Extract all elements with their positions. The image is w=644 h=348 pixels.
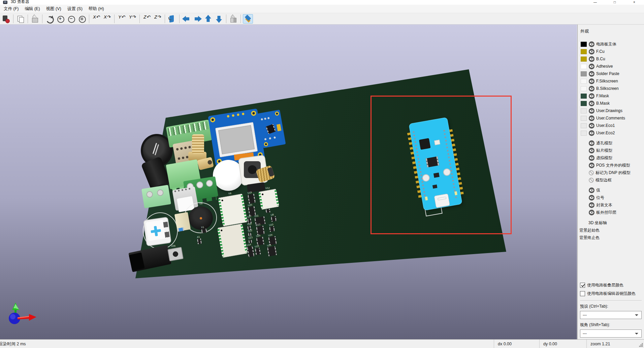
copy-image-button[interactable] xyxy=(15,14,26,24)
layer-row[interactable]: Solder Paste xyxy=(578,70,644,77)
model-row[interactable]: 虚拟模型 xyxy=(578,154,644,162)
checkbox[interactable] xyxy=(580,291,585,296)
preset-dropdown[interactable]: --- xyxy=(580,311,642,319)
maximize-button[interactable]: □ xyxy=(605,0,624,5)
rotate-x-cw-button[interactable] xyxy=(102,14,112,24)
viewport-3d[interactable]: U5 U26 U6 U12 U19U20U9U11U17U8U18U13U10U… xyxy=(0,25,577,339)
misc-row[interactable]: 背景终止色 xyxy=(578,234,644,241)
eye-icon[interactable] xyxy=(589,93,594,99)
redraw-button[interactable] xyxy=(44,14,55,24)
layer-row[interactable]: 电路板主体 xyxy=(578,40,644,48)
eye-icon[interactable] xyxy=(589,64,594,69)
orthographic-button[interactable] xyxy=(228,14,238,24)
color-swatch[interactable] xyxy=(581,116,587,121)
color-swatch[interactable] xyxy=(581,64,587,69)
close-button[interactable]: × xyxy=(624,0,644,5)
layer-row[interactable]: F.Mask xyxy=(578,92,644,100)
layer-row[interactable]: B.Mask xyxy=(578,100,644,107)
eye-icon[interactable] xyxy=(589,148,594,153)
model-row[interactable]: 模型边框 xyxy=(578,176,644,184)
checkbox-row[interactable]: 使用电路板编辑器铜箔颜色 xyxy=(580,291,642,297)
eye-icon[interactable] xyxy=(589,163,594,168)
color-swatch[interactable] xyxy=(581,123,587,128)
pan-down-button[interactable] xyxy=(214,14,224,24)
eye-icon[interactable] xyxy=(589,86,594,92)
resize-grip[interactable] xyxy=(639,343,643,347)
flip-board-button[interactable] xyxy=(167,14,177,24)
eye-icon[interactable] xyxy=(589,41,594,47)
eye-icon[interactable] xyxy=(589,155,594,161)
color-swatch[interactable] xyxy=(581,71,587,76)
model-row[interactable]: POS 文件外的模型 xyxy=(578,162,644,169)
rotate-z-ccw-button[interactable] xyxy=(142,14,152,24)
model-row[interactable]: 贴片模型 xyxy=(578,147,644,154)
layer-row[interactable]: B.Cu xyxy=(578,55,644,63)
text-row[interactable]: 板外丝印层 xyxy=(578,209,644,216)
slash-icon[interactable] xyxy=(589,170,594,175)
model-row[interactable]: 标记为 DNP 的模型 xyxy=(578,169,644,176)
rotate-y-ccw-button[interactable] xyxy=(117,14,127,24)
sma-connector xyxy=(192,134,204,154)
color-swatch[interactable] xyxy=(581,131,587,136)
eye-icon[interactable] xyxy=(589,140,594,146)
render-options-button[interactable] xyxy=(30,14,40,24)
eye-icon[interactable] xyxy=(589,108,594,114)
eye-icon[interactable] xyxy=(589,101,594,106)
menu-help[interactable]: 帮助 (H) xyxy=(86,5,107,13)
pan-left-button[interactable] xyxy=(182,14,192,24)
color-swatch[interactable] xyxy=(581,94,587,99)
menu-file[interactable]: 文件 (F) xyxy=(1,5,22,13)
layer-row[interactable]: User.Eco1 xyxy=(578,122,644,129)
menu-view[interactable]: 视图 (V) xyxy=(43,5,64,13)
rotate-z-cw-button[interactable] xyxy=(153,14,163,24)
color-swatch[interactable] xyxy=(581,101,587,106)
rotate-x-ccw-button[interactable] xyxy=(91,14,101,24)
eye-icon[interactable] xyxy=(589,78,594,84)
model-row[interactable]: 通孔模型 xyxy=(578,139,644,147)
eye-icon[interactable] xyxy=(589,71,594,77)
color-swatch[interactable] xyxy=(581,79,587,84)
color-swatch[interactable] xyxy=(581,86,587,91)
menu-settings[interactable]: 设置 (S) xyxy=(64,5,86,13)
eye-icon[interactable] xyxy=(589,210,594,215)
menu-edit[interactable]: 编辑 (E) xyxy=(22,5,43,13)
pan-up-button[interactable] xyxy=(203,14,213,24)
layer-label: Adhesive xyxy=(596,64,613,69)
eye-icon[interactable] xyxy=(589,202,594,208)
eye-icon[interactable] xyxy=(589,123,594,129)
text-row[interactable]: 位号 xyxy=(578,194,644,201)
minimize-button[interactable]: — xyxy=(585,0,605,5)
color-swatch[interactable] xyxy=(581,57,587,62)
eye-icon[interactable] xyxy=(589,56,594,62)
eye-icon[interactable] xyxy=(589,130,594,136)
eye-icon[interactable] xyxy=(589,187,594,193)
checkbox-row[interactable]: 使用电路板叠层颜色 xyxy=(580,282,642,288)
misc-row[interactable]: 3D 坐标轴 xyxy=(578,219,644,227)
eye-icon[interactable] xyxy=(589,195,594,201)
pan-right-button[interactable] xyxy=(192,14,202,24)
eye-icon[interactable] xyxy=(589,115,594,121)
layer-row[interactable]: User.Comments xyxy=(578,114,644,122)
text-row[interactable]: 值 xyxy=(578,186,644,194)
layer-row[interactable]: F.Silkscreen xyxy=(578,77,644,85)
reload-board-button[interactable] xyxy=(1,14,11,24)
layer-row[interactable]: Adhesive xyxy=(578,63,644,70)
color-swatch[interactable] xyxy=(581,42,587,47)
eye-icon[interactable] xyxy=(589,49,594,55)
text-row[interactable]: 封装文本 xyxy=(578,201,644,209)
zoom-in-button[interactable] xyxy=(55,14,65,24)
slash-icon[interactable] xyxy=(589,178,594,183)
color-swatch[interactable] xyxy=(581,49,587,54)
layer-row[interactable]: User.Drawings xyxy=(578,107,644,114)
rotate-y-cw-button[interactable] xyxy=(127,14,137,24)
checkbox[interactable] xyxy=(580,283,585,288)
layer-row[interactable]: B.Silkscreen xyxy=(578,85,644,92)
color-swatch[interactable] xyxy=(581,108,587,113)
zoom-out-button[interactable] xyxy=(66,14,76,24)
zoom-fit-button[interactable] xyxy=(77,14,87,24)
misc-row[interactable]: 背景起始色 xyxy=(578,227,644,234)
viewangle-dropdown[interactable]: --- xyxy=(580,329,642,338)
layer-row[interactable]: User.Eco2 xyxy=(578,129,644,137)
raytracing-button[interactable] xyxy=(243,14,253,24)
layer-row[interactable]: F.Cu xyxy=(578,48,644,55)
